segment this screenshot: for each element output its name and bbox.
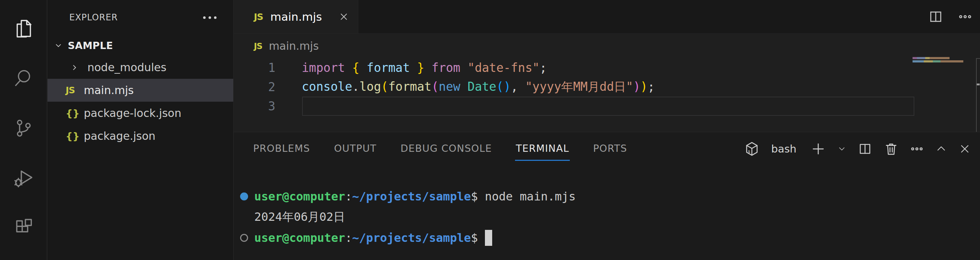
explorer-more-actions-icon[interactable]: [203, 16, 216, 19]
tree-item-main-mjs[interactable]: JS main.mjs: [48, 79, 233, 102]
tree-item-node-modules[interactable]: node_modules: [48, 56, 233, 79]
chevron-right-icon: [69, 62, 80, 73]
terminal-text: user@computer:~/projects/sample$: [254, 231, 485, 245]
code-text: console.log(format(new Date(), "yyyy年MM月…: [302, 79, 655, 95]
close-panel-icon[interactable]: [958, 142, 971, 155]
files-icon: [13, 18, 35, 40]
minimap-line-1: [913, 57, 950, 59]
new-terminal-icon[interactable]: [810, 141, 826, 157]
terminal-text: user@computer:~/projects/sample$ node ma…: [254, 190, 576, 203]
overview-ruler[interactable]: [976, 58, 980, 132]
launch-profile-chevron-icon[interactable]: [837, 144, 846, 154]
maximize-panel-chevron-up-icon[interactable]: [935, 143, 947, 155]
panel-tab-problems[interactable]: PROBLEMS: [253, 137, 311, 161]
line-number: 2: [234, 80, 275, 94]
code-line-1: 1 import { format } from "date-fns";: [234, 58, 980, 77]
split-terminal-icon[interactable]: [858, 141, 873, 156]
activity-item-search[interactable]: [0, 53, 47, 103]
panel-more-actions-icon[interactable]: [910, 142, 924, 156]
more-actions-icon[interactable]: [958, 9, 973, 24]
panel-tab-debug-console[interactable]: DEBUG CONSOLE: [400, 137, 493, 161]
kill-terminal-trash-icon[interactable]: [883, 141, 899, 156]
panel-tab-terminal[interactable]: TERMINAL: [515, 137, 570, 161]
panel-tab-ports[interactable]: PORTS: [592, 137, 628, 161]
line-number: 3: [234, 99, 275, 113]
js-file-icon: JS: [254, 12, 263, 22]
source-control-icon: [13, 118, 34, 139]
js-file-icon: JS: [254, 41, 262, 51]
tab-label: main.mjs: [270, 10, 322, 23]
activity-bar: [0, 0, 47, 260]
command-pending-decoration[interactable]: [234, 234, 254, 242]
bottom-panel: PROBLEMS OUTPUT DEBUG CONSOLE TERMINAL P…: [233, 132, 980, 260]
explorer-sidebar: EXPLORER SAMPLE node_modules JS main.mjs…: [48, 0, 233, 260]
terminal-line-1: user@computer:~/projects/sample$ node ma…: [234, 186, 980, 207]
command-success-decoration[interactable]: [234, 193, 254, 201]
panel-header: PROBLEMS OUTPUT DEBUG CONSOLE TERMINAL P…: [234, 132, 980, 166]
panel-tabs: PROBLEMS OUTPUT DEBUG CONSOLE TERMINAL P…: [253, 137, 628, 161]
split-editor-icon[interactable]: [928, 9, 944, 25]
tree-item-label: main.mjs: [84, 84, 134, 97]
code-editor[interactable]: 1 import { format } from "date-fns"; 2 c…: [234, 58, 980, 132]
search-icon: [13, 68, 34, 89]
json-file-icon: {}: [66, 107, 80, 119]
tree-item-label: package-lock.json: [84, 107, 181, 120]
shell-label[interactable]: bash: [771, 143, 797, 155]
activity-item-run-debug[interactable]: [0, 153, 47, 203]
explorer-header: EXPLORER: [48, 0, 233, 35]
editor-actions: [928, 0, 980, 33]
terminal-output[interactable]: user@computer:~/projects/sample$ node ma…: [234, 166, 980, 248]
code-text: import { format } from "date-fns";: [302, 61, 547, 75]
terminal-line-3: user@computer:~/projects/sample$: [234, 227, 980, 248]
breadcrumb[interactable]: JS main.mjs: [234, 34, 980, 58]
explorer-section-sample[interactable]: SAMPLE: [48, 35, 233, 56]
minimap-line-2: [913, 60, 963, 62]
tab-main-mjs[interactable]: JS main.mjs: [234, 0, 358, 33]
activity-item-extensions[interactable]: [0, 203, 47, 252]
json-file-icon: {}: [66, 130, 80, 142]
close-tab-icon[interactable]: [338, 11, 349, 22]
cursor-marker: [977, 83, 980, 85]
terminal-cursor: [485, 230, 492, 246]
extensions-icon: [13, 217, 35, 239]
section-label: SAMPLE: [68, 40, 113, 51]
code-line-2: 2 console.log(format(new Date(), "yyyy年M…: [234, 77, 980, 97]
bash-shell-icon: $: [744, 141, 759, 156]
breadcrumb-file: main.mjs: [269, 40, 319, 52]
terminal-line-2: 2024年06月02日: [234, 207, 980, 227]
svg-text:$: $: [748, 149, 751, 154]
tree-item-label: node_modules: [88, 61, 167, 74]
terminal-actions: $ bash: [744, 141, 971, 157]
panel-tab-output[interactable]: OUTPUT: [333, 137, 377, 161]
editor-group: JS main.mjs JS main.mjs 1 import { forma…: [233, 0, 980, 132]
activity-item-explorer[interactable]: [0, 4, 47, 53]
tree-item-package-json[interactable]: {} package.json: [48, 124, 233, 147]
code-line-3: 3: [234, 97, 980, 116]
activity-item-source-control[interactable]: [0, 103, 47, 153]
tree-item-package-lock-json[interactable]: {} package-lock.json: [48, 102, 233, 124]
js-file-icon: JS: [66, 85, 75, 96]
terminal-text: 2024年06月02日: [254, 209, 345, 225]
tree-item-label: package.json: [84, 130, 156, 142]
vscode-window: EXPLORER SAMPLE node_modules JS main.mjs…: [0, 0, 980, 260]
tab-bar: JS main.mjs: [234, 0, 980, 34]
line-number: 1: [234, 61, 275, 75]
explorer-title: EXPLORER: [69, 12, 118, 22]
chevron-down-icon: [53, 40, 64, 51]
run-debug-icon: [13, 167, 35, 189]
